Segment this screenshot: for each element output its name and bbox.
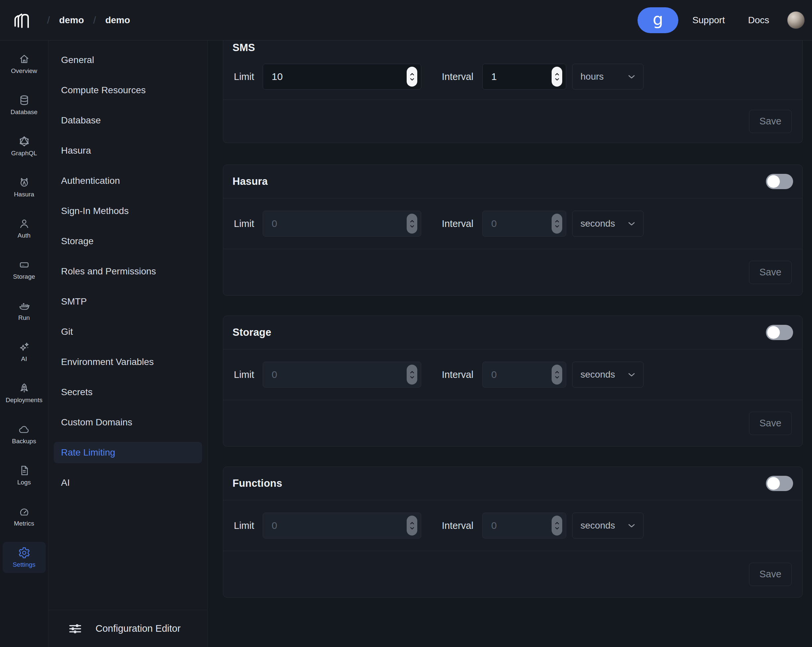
sidebar-item-label: Auth	[18, 232, 31, 239]
sidebar-item-label: Database	[11, 109, 38, 115]
sidebar-item-run[interactable]: Run	[3, 300, 46, 321]
sidebar-item-label: Storage	[13, 274, 35, 280]
number-stepper[interactable]	[407, 67, 417, 87]
storage-rate-limit-card: Storage Limit Interval	[223, 315, 803, 447]
hasura-save-button[interactable]: Save	[749, 261, 792, 284]
interval-unit-value: seconds	[580, 520, 615, 531]
functions-save-button[interactable]: Save	[749, 563, 792, 586]
interval-input-wrap	[482, 64, 566, 90]
interval-unit-value: hours	[580, 71, 604, 82]
limit-input-wrap	[263, 362, 421, 387]
hasura-icon	[18, 176, 30, 188]
hasura-enable-toggle[interactable]	[766, 174, 793, 189]
sidebar-item-logs[interactable]: Logs	[3, 465, 46, 486]
storage-card-header: Storage	[223, 316, 802, 349]
settings-nav-custom-domains[interactable]: Custom Domains	[54, 412, 202, 433]
settings-nav-roles-permissions[interactable]: Roles and Permissions	[54, 261, 202, 282]
docs-link[interactable]: Docs	[748, 15, 769, 26]
storage-save-button[interactable]: Save	[749, 412, 792, 435]
hasura-interval-unit-select[interactable]: seconds	[572, 211, 644, 237]
settings-nav-compute-resources[interactable]: Compute Resources	[54, 80, 202, 101]
hasura-card-header: Hasura	[223, 165, 802, 198]
limit-label: Limit	[234, 218, 255, 229]
gear-icon	[18, 547, 30, 559]
rate-limiting-content: SMS Limit Interval	[208, 40, 812, 647]
chevron-down-icon	[628, 373, 635, 377]
toggle-knob	[767, 326, 780, 339]
sidebar-item-auth[interactable]: Auth	[3, 218, 46, 239]
section-title-hasura: Hasura	[232, 176, 268, 187]
sidebar-item-database[interactable]: Database	[3, 94, 46, 115]
sidebar-item-label: Settings	[12, 561, 35, 568]
functions-enable-toggle[interactable]	[766, 476, 793, 491]
breadcrumb-workspace[interactable]: demo	[59, 15, 84, 26]
docker-icon	[18, 300, 30, 312]
sms-interval-unit-select[interactable]: hours	[572, 64, 644, 90]
settings-nav-environment-variables[interactable]: Environment Variables	[54, 351, 202, 373]
chevron-down-icon	[628, 75, 635, 79]
sidebar-rail: Overview Database GraphQL	[0, 40, 49, 647]
section-title-storage: Storage	[232, 326, 271, 338]
sidebar-item-overview[interactable]: Overview	[3, 53, 46, 74]
sliders-icon	[68, 621, 83, 636]
storage-limit-input	[263, 362, 421, 387]
storage-enable-toggle[interactable]	[766, 325, 793, 340]
sidebar-item-ai[interactable]: AI	[3, 341, 46, 363]
sidebar-item-deployments[interactable]: Deployments	[3, 382, 46, 404]
sidebar-item-hasura[interactable]: Hasura	[3, 176, 46, 198]
settings-nav-git[interactable]: Git	[54, 321, 202, 343]
hard-drive-icon	[18, 259, 30, 271]
settings-nav-general[interactable]: General	[54, 49, 202, 71]
storage-interval-unit-select[interactable]: seconds	[572, 362, 644, 387]
settings-nav-ai[interactable]: AI	[54, 472, 202, 493]
sms-limit-input[interactable]	[263, 64, 421, 90]
interval-input-wrap	[482, 211, 566, 237]
settings-nav-smtp[interactable]: SMTP	[54, 291, 202, 312]
settings-nav-authentication[interactable]: Authentication	[54, 170, 202, 191]
user-avatar[interactable]	[787, 11, 805, 29]
limit-input-wrap	[263, 64, 421, 90]
limit-label: Limit	[234, 369, 255, 380]
sidebar-item-storage[interactable]: Storage	[3, 259, 46, 280]
sidebar-item-backups[interactable]: Backups	[3, 424, 46, 445]
interval-unit-value: seconds	[580, 369, 615, 380]
number-stepper[interactable]	[552, 67, 562, 87]
sidebar-item-label: Hasura	[14, 191, 34, 198]
sidebar-item-label: Run	[18, 315, 30, 321]
settings-nav-sign-in-methods[interactable]: Sign-In Methods	[54, 200, 202, 222]
topbar-actions: g Support Docs	[638, 7, 805, 33]
sms-card-footer: Save	[223, 99, 802, 143]
number-stepper	[407, 214, 417, 234]
sidebar-item-metrics[interactable]: Metrics	[3, 506, 46, 527]
support-link[interactable]: Support	[692, 15, 725, 26]
chevron-down-icon	[628, 222, 635, 226]
assistant-button[interactable]: g	[638, 7, 678, 33]
settings-nav-rate-limiting[interactable]: Rate Limiting	[54, 442, 202, 463]
settings-nav-hasura[interactable]: Hasura	[54, 140, 202, 161]
settings-nav-database[interactable]: Database	[54, 110, 202, 131]
interval-label: Interval	[442, 71, 476, 82]
number-stepper	[552, 515, 562, 535]
sidebar-item-label: Deployments	[6, 397, 43, 404]
nhost-logo-icon[interactable]	[11, 10, 32, 31]
functions-interval-unit-select[interactable]: seconds	[572, 512, 644, 538]
user-icon	[18, 218, 30, 229]
sidebar-item-graphql[interactable]: GraphQL	[3, 135, 46, 157]
functions-fields-row: Limit Interval seco	[223, 500, 802, 551]
cloud-icon	[18, 424, 30, 435]
number-stepper	[552, 365, 562, 385]
file-icon	[18, 465, 30, 476]
sidebar-item-settings[interactable]: Settings	[3, 542, 46, 573]
breadcrumb-project[interactable]: demo	[105, 15, 130, 26]
sms-save-button[interactable]: Save	[749, 110, 792, 133]
breadcrumb-separator: /	[93, 15, 96, 26]
settings-nav-secrets[interactable]: Secrets	[54, 382, 202, 403]
chevron-down-icon	[628, 523, 635, 528]
configuration-editor-button[interactable]: Configuration Editor	[49, 610, 207, 647]
rocket-icon	[18, 382, 30, 394]
settings-nav-storage[interactable]: Storage	[54, 231, 202, 252]
section-title-sms: SMS	[232, 42, 255, 54]
functions-limit-input	[263, 512, 421, 538]
hasura-rate-limit-card: Hasura Limit Interval	[223, 165, 803, 296]
limit-label: Limit	[234, 520, 255, 531]
